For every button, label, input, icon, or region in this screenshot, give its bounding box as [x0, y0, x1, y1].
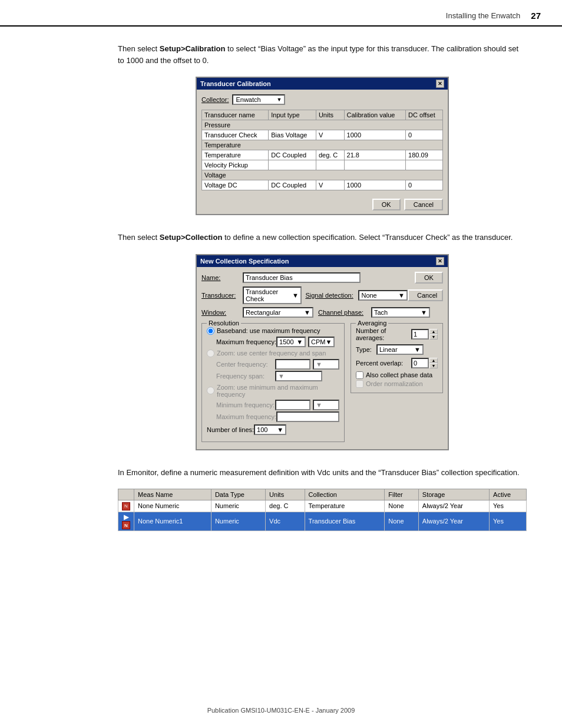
avg-type-label: Type: [356, 346, 376, 353]
resolution-section: Resolution Baseband: use maximum frequen… [201, 321, 345, 444]
row2-data-type: Numeric [211, 512, 265, 531]
td-voltage-dc-units: V [316, 180, 344, 190]
row2-name: None Numeric1 [134, 512, 211, 531]
td-voltage-dc-dc: 0 [406, 180, 443, 190]
num-lines-select[interactable]: 100 ▼ [254, 424, 286, 435]
num-lines-row: Number of lines: 100 ▼ [207, 424, 339, 435]
window-row: Window: Rectangular ▼ Channel phase: Tac… [201, 307, 443, 318]
table-row-voltage-group: Voltage [202, 170, 443, 180]
paragraph1: Then select Setup>Calibration to select … [118, 43, 527, 66]
channel-phase-value: Tach [374, 309, 388, 316]
name-row: Name: OK [201, 272, 443, 284]
collector-dropdown-arrow: ▼ [277, 97, 282, 103]
td-voltage-dc-name: Voltage DC [202, 180, 269, 190]
freq-span-row: Frequency span: ▼ [216, 371, 339, 381]
table-row-temperature-group: Temperature [202, 140, 443, 150]
col-transducer-name: Transducer name [202, 110, 269, 120]
collector-label: Collector: [201, 96, 229, 103]
calibration-title: Transducer Calibration [200, 80, 271, 87]
center-freq-row: Center frequency: ▼ [216, 359, 339, 370]
resolution-label: Resolution [207, 319, 241, 327]
signal-detection-select[interactable]: None ▼ [358, 290, 408, 301]
td-temperature-units: deg. C [316, 150, 344, 160]
collector-dropdown[interactable]: Enwatch ▼ [232, 94, 285, 105]
baseband-radio[interactable] [207, 327, 214, 335]
col-meas-name: Meas Name [134, 489, 211, 500]
collection-ok-button[interactable]: OK [415, 272, 443, 284]
transducer-arrow: ▼ [292, 292, 299, 299]
table-row-voltage-dc: Voltage DC DC Coupled V 1000 0 [202, 180, 443, 190]
td-temperature-dc: 180.09 [406, 150, 443, 160]
meas-table-header: Meas Name Data Type Units Collection Fil… [118, 489, 527, 500]
center-freq-unit-select: ▼ [313, 359, 339, 370]
num-averages-up[interactable]: ▲ [429, 329, 438, 334]
calibration-cancel-button[interactable]: Cancel [404, 199, 443, 210]
channel-phase-select[interactable]: Tach ▼ [371, 307, 430, 318]
signal-detection-arrow: ▼ [398, 292, 405, 299]
collection-titlebar: New Collection Specification ✕ [197, 255, 448, 267]
col-data-type: Data Type [211, 489, 265, 500]
calibration-table: Transducer name Input type Units Calibra… [201, 110, 443, 190]
td-transducer-check-dc: 0 [406, 130, 443, 140]
calibration-ok-button[interactable]: OK [372, 199, 401, 210]
averaging-label: Averaging [356, 319, 388, 327]
row2-indicator: ▶ N [118, 512, 134, 531]
max-freq2-label: Maximum frequency: [216, 413, 276, 420]
name-input[interactable] [243, 272, 361, 283]
transducer-value: Transducer Check [246, 288, 292, 302]
collection-cancel-button[interactable]: Cancel [408, 289, 443, 301]
order-norm-option: Order normalization [356, 380, 438, 388]
two-col-section: Resolution Baseband: use maximum frequen… [201, 321, 443, 444]
num-averages-input[interactable] [411, 329, 429, 340]
meas-table-wrapper: Meas Name Data Type Units Collection Fil… [118, 489, 527, 531]
page-footer: Publication GMSI10-UM031C-EN-E - January… [0, 707, 562, 714]
avg-type-select[interactable]: Linear ▼ [376, 344, 424, 355]
max-freq-select[interactable]: 1500 ▼ [276, 337, 306, 347]
window-value: Rectangular [246, 309, 280, 316]
td-transducer-check-units: V [316, 130, 344, 140]
baseband-label: Baseband: use maximum frequency [217, 327, 320, 334]
calibration-close-button[interactable]: ✕ [436, 80, 444, 88]
max-freq-label: Maximum frequency: [216, 338, 276, 345]
row1-name: None Numeric [134, 500, 211, 512]
transducer-select[interactable]: Transducer Check ▼ [243, 286, 302, 304]
row2-collection: Transducer Bias [305, 512, 385, 531]
zoom1-radio[interactable] [207, 350, 214, 357]
table-row[interactable]: N None Numeric Numeric deg. C Temperatur… [118, 500, 527, 512]
also-collect-checkbox[interactable] [356, 371, 363, 379]
row1-data-type: Numeric [211, 500, 265, 512]
zoom2-radio[interactable] [207, 387, 214, 394]
window-select[interactable]: Rectangular ▼ [243, 307, 313, 318]
percent-overlap-input[interactable] [411, 358, 429, 368]
paragraph3: In Emonitor, define a numeric measuremen… [118, 467, 527, 479]
table-row[interactable]: ▶ N None Numeric1 Numeric Vdc Transducer… [118, 512, 527, 531]
collection-close-button[interactable]: ✕ [436, 257, 444, 265]
percent-overlap-up[interactable]: ▲ [429, 358, 438, 363]
averaging-section: Averaging Number of averages: ▲ ▼ [351, 321, 443, 444]
min-freq-input [275, 400, 310, 410]
para2-text-before: Then select [118, 233, 160, 242]
page-number: 27 [531, 11, 541, 21]
name-label: Name: [201, 274, 243, 281]
window-label: Window: [201, 309, 243, 316]
temperature-group-label: Temperature [202, 140, 443, 150]
num-averages-down[interactable]: ▼ [429, 334, 438, 340]
min-freq-unit-select: ▼ [313, 400, 339, 410]
calibration-body: Collector: Enwatch ▼ Transducer name Inp… [197, 90, 448, 195]
collector-value: Enwatch [236, 96, 260, 103]
percent-overlap-down[interactable]: ▼ [429, 363, 438, 368]
center-freq-label: Center frequency: [216, 361, 275, 368]
transducer-row: Transducer: Transducer Check ▼ Signal de… [201, 286, 443, 304]
td-transducer-check-cal: 1000 [344, 130, 406, 140]
header-title: Installing the Enwatch [446, 11, 520, 20]
col-cal-value: Calibration value [344, 110, 406, 120]
col-collection: Collection [305, 489, 385, 500]
max-freq2-input [276, 411, 339, 422]
table-row-velocity: Velocity Pickup [202, 160, 443, 170]
td-transducer-check-input: Bias Voltage [269, 130, 316, 140]
td-velocity-cal [344, 160, 406, 170]
num-averages-arrows: ▲ ▼ [429, 329, 438, 340]
order-norm-label: Order normalization [366, 380, 423, 387]
col-storage: Storage [418, 489, 489, 500]
max-freq-unit-select[interactable]: CPM ▼ [308, 337, 335, 347]
